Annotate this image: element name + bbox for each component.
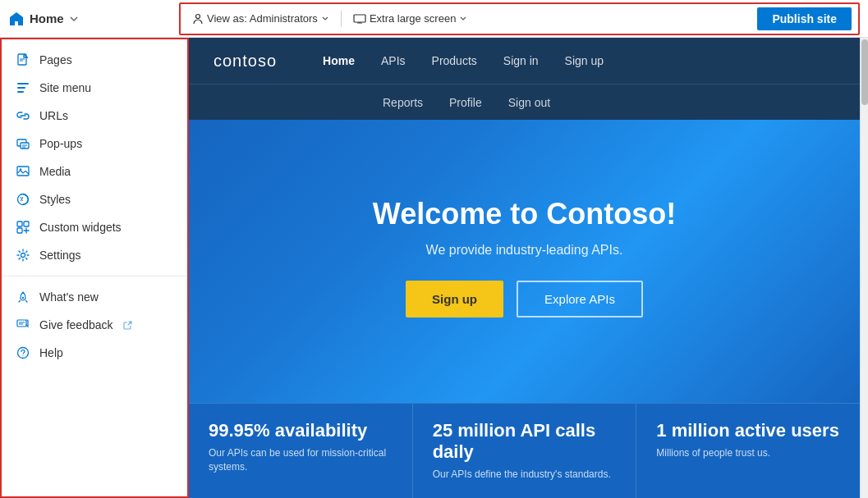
feedback-icon [15,318,31,331]
sidebar-item-popups[interactable]: Pop-ups [2,130,187,158]
toolbar-divider [341,11,342,27]
link-icon [15,109,31,122]
site-nav: contoso Home APIs Products Sign in Sign … [189,38,860,84]
sidebar-item-site-menu[interactable]: Site menu [2,74,187,102]
sidebar-item-media[interactable]: Media [2,158,187,185]
rocket-icon [15,290,31,304]
sub-nav-profile[interactable]: Profile [436,88,495,117]
stat-item-availability: 99.95% availability Our APIs can be used… [189,404,413,498]
stat-item-api-calls: 25 million API calls daily Our APIs defi… [413,404,637,498]
stat-number-availability: 99.95% availability [209,420,393,441]
hero-explore-button[interactable]: Explore APIs [517,281,643,318]
nav-link-apis[interactable]: APIs [368,43,419,79]
sidebar: Pages Site menu URLs Po [0,38,189,498]
publish-site-button[interactable]: Publish site [757,7,852,30]
sidebar-item-media-label: Media [39,165,71,178]
stat-desc-users: Millions of people trust us. [656,446,840,460]
menu-icon [15,81,31,94]
screen-label: Extra large screen [370,12,457,25]
widget-icon [15,221,31,234]
svg-rect-3 [17,83,29,85]
site-logo: contoso [214,40,277,82]
sidebar-item-widgets-label: Custom widgets [39,221,122,234]
svg-rect-13 [17,228,22,233]
stat-number-users: 1 million active users [656,420,840,441]
hero-subtitle: We provide industry-leading APIs. [426,243,623,258]
sidebar-item-settings-label: Settings [39,249,81,262]
view-as-button[interactable]: View as: Administrators [187,11,334,26]
main-layout: Pages Site menu URLs Po [0,38,868,498]
sidebar-item-urls-label: URLs [39,109,68,122]
preview-scrollbar[interactable] [860,38,868,498]
svg-rect-4 [17,87,25,89]
external-link-icon [123,321,132,330]
svg-rect-12 [24,222,29,226]
nav-link-sign-in[interactable]: Sign in [490,43,552,79]
sidebar-nav: Pages Site menu URLs Po [2,39,187,496]
sidebar-item-urls[interactable]: URLs [2,102,187,130]
sidebar-item-feedback-label: Give feedback [39,318,113,331]
sidebar-item-help-label: Help [39,346,63,359]
app-logo: Home [8,11,172,27]
help-icon [15,346,31,359]
stats-section: 99.95% availability Our APIs can be used… [189,403,860,498]
sidebar-item-custom-widgets[interactable]: Custom widgets [2,213,187,241]
site-nav-links: Home APIs Products Sign in Sign up [310,43,617,79]
chevron-down-icon [459,15,467,23]
screen-size-button[interactable]: Extra large screen [348,11,473,26]
stat-item-users: 1 million active users Millions of peopl… [636,404,860,498]
svg-point-18 [22,354,23,355]
sidebar-item-popups-label: Pop-ups [39,137,82,150]
toolbar-area: View as: Administrators Extra large scre… [179,2,860,35]
sidebar-item-whats-new-label: What's new [39,290,99,304]
svg-rect-16 [17,320,26,327]
scrollbar-thumb[interactable] [861,39,868,105]
popup-icon [15,137,31,150]
svg-point-0 [196,14,200,18]
nav-link-home[interactable]: Home [310,43,368,79]
style-icon [15,193,31,206]
page-icon [15,53,31,66]
sidebar-item-whats-new[interactable]: What's new [2,283,187,311]
view-as-label: View as: Administrators [207,12,318,25]
sidebar-item-pages[interactable]: Pages [2,46,187,74]
hero-title: Welcome to Contoso! [373,197,676,231]
sidebar-item-pages-label: Pages [39,53,72,66]
top-bar: Home View as: Administrators Extra large… [0,0,868,38]
sidebar-item-settings[interactable]: Settings [2,241,187,269]
chevron-down-icon [321,15,329,23]
stat-desc-availability: Our APIs can be used for mission-critica… [209,446,393,474]
sidebar-divider [2,276,187,276]
sub-nav-sign-out[interactable]: Sign out [495,88,563,117]
hero-buttons: Sign up Explore APIs [406,281,643,318]
chevron-down-icon [69,14,79,24]
sidebar-item-help[interactable]: Help [2,339,187,367]
sub-nav-reports[interactable]: Reports [370,88,436,117]
monitor-icon [353,14,366,24]
sidebar-item-give-feedback[interactable]: Give feedback [2,311,187,339]
svg-point-14 [21,254,25,258]
svg-point-17 [18,348,29,359]
nav-link-products[interactable]: Products [419,43,490,79]
preview-content: contoso Home APIs Products Sign in Sign … [189,38,860,498]
site-nav-sub: Reports Profile Sign out [189,84,860,120]
image-icon [15,165,31,178]
stat-desc-api-calls: Our APIs define the industry's standards… [433,468,617,482]
preview-area: contoso Home APIs Products Sign in Sign … [189,38,868,498]
svg-rect-5 [17,91,24,93]
home-icon [8,11,25,27]
hero-section: Welcome to Contoso! We provide industry-… [189,120,860,403]
svg-rect-1 [354,15,365,22]
app-title: Home [30,11,64,25]
nav-link-sign-up[interactable]: Sign up [552,43,617,79]
sidebar-item-site-menu-label: Site menu [39,81,91,94]
svg-point-15 [22,297,24,299]
stat-number-api-calls: 25 million API calls daily [433,420,617,463]
person-icon [192,13,204,25]
sidebar-item-styles[interactable]: Styles [2,185,187,213]
settings-icon [15,249,31,262]
svg-rect-11 [17,222,22,226]
hero-signup-button[interactable]: Sign up [406,281,503,318]
sidebar-item-styles-label: Styles [39,193,71,206]
